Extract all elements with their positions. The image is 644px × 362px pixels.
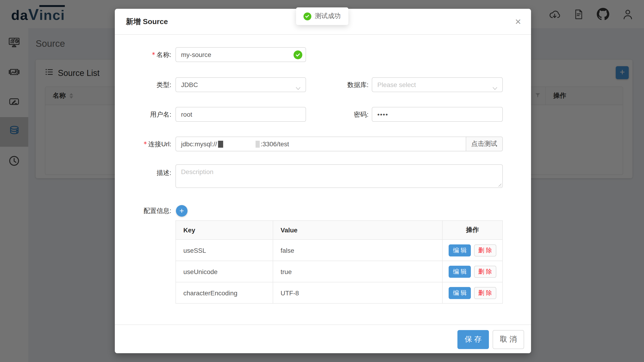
table-row: useSSL false 编 辑 删 除 <box>176 239 502 260</box>
config-value: false <box>273 240 442 260</box>
edit-button[interactable]: 编 辑 <box>449 244 471 256</box>
cancel-button[interactable]: 取 消 <box>492 330 524 349</box>
config-header-action: 操作 <box>442 221 502 239</box>
delete-button[interactable]: 删 除 <box>474 287 496 299</box>
password-input[interactable]: •••• <box>372 107 503 122</box>
description-placeholder: Description <box>181 168 214 176</box>
resize-handle[interactable] <box>497 182 502 186</box>
type-select[interactable]: JDBC <box>176 77 306 92</box>
database-select[interactable]: Please select <box>372 77 503 92</box>
url-label: *连接Url: <box>115 136 171 151</box>
database-label: 数据库: <box>312 77 368 92</box>
config-table-header: Key Value 操作 <box>176 221 502 239</box>
username-value: root <box>181 111 192 118</box>
config-key: useUnicode <box>176 261 273 282</box>
chevron-down-icon <box>296 82 301 92</box>
app-root: daVinci <box>0 0 644 362</box>
description-textarea[interactable]: Description <box>176 164 503 188</box>
config-table: Key Value 操作 useSSL false 编 辑 删 除 useUni… <box>176 220 503 304</box>
edit-button[interactable]: 编 辑 <box>449 266 471 278</box>
type-value: JDBC <box>181 81 198 88</box>
config-value: true <box>273 261 442 282</box>
close-icon[interactable]: ✕ <box>505 9 531 35</box>
description-label: 描述: <box>115 165 171 180</box>
config-key: useSSL <box>176 240 273 260</box>
config-header-value: Value <box>273 221 442 239</box>
delete-button[interactable]: 删 除 <box>474 266 496 278</box>
config-key: characterEncoding <box>176 282 273 303</box>
type-label: 类型: <box>115 77 171 92</box>
add-source-modal: 新增 Source ✕ *名称: my-source 类型: JDBC 数据库:… <box>115 9 531 353</box>
url-input-group: jdbc:mysql://:3306/test 点击测试 <box>176 136 503 151</box>
password-value: •••• <box>377 111 388 118</box>
name-value: my-source <box>181 51 211 58</box>
config-value: UTF-8 <box>273 282 442 303</box>
toast-message: 测试成功 <box>315 12 341 20</box>
table-row: useUnicode true 编 辑 删 除 <box>176 260 502 282</box>
table-row: characterEncoding UTF-8 编 辑 删 除 <box>176 282 502 303</box>
add-config-button[interactable]: + <box>176 205 188 217</box>
name-input[interactable]: my-source <box>176 47 306 62</box>
success-check-icon <box>303 12 311 20</box>
username-label: 用户名: <box>115 107 171 122</box>
save-button[interactable]: 保 存 <box>458 330 489 349</box>
modal-footer: 保 存 取 消 <box>115 324 531 353</box>
test-connection-button[interactable]: 点击测试 <box>466 137 502 151</box>
url-input[interactable]: jdbc:mysql://:3306/test <box>176 137 466 151</box>
redacted-host-block <box>256 140 260 148</box>
config-header-key: Key <box>176 221 273 239</box>
success-toast: 测试成功 <box>296 8 348 25</box>
delete-button[interactable]: 删 除 <box>474 244 496 256</box>
edit-button[interactable]: 编 辑 <box>449 287 471 299</box>
config-label: 配置信息: <box>115 203 171 218</box>
modal-title: 新增 Source <box>126 17 168 27</box>
password-label: 密码: <box>312 107 368 122</box>
url-prefix: jdbc:mysql:// <box>181 137 217 151</box>
database-placeholder: Please select <box>377 81 416 88</box>
redacted-host-block <box>218 140 223 148</box>
chevron-down-icon <box>492 82 498 92</box>
url-suffix: :3306/test <box>261 137 289 151</box>
name-label: *名称: <box>115 47 171 62</box>
valid-check-icon <box>294 50 302 59</box>
username-input[interactable]: root <box>176 107 306 122</box>
